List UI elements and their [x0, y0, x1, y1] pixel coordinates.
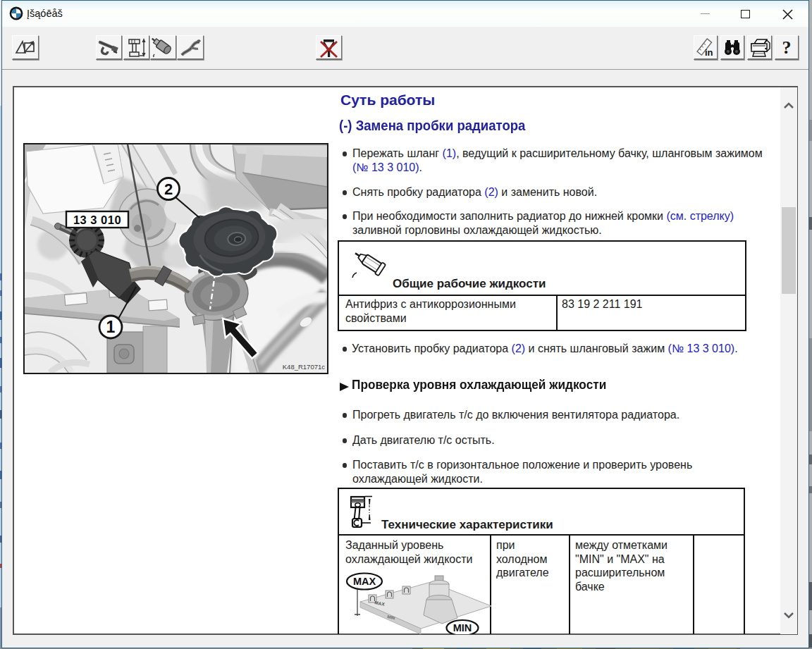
svg-text:?: ?	[782, 37, 792, 58]
svg-text:K48_R17071c: K48_R17071c	[283, 363, 325, 371]
svg-text:MIN: MIN	[453, 622, 472, 633]
svg-text:1: 1	[106, 318, 116, 336]
svg-text:MAX: MAX	[353, 576, 376, 587]
svg-text:2: 2	[164, 180, 173, 198]
svg-text:in: in	[705, 47, 713, 58]
svg-text:13 3 010: 13 3 010	[73, 214, 121, 226]
